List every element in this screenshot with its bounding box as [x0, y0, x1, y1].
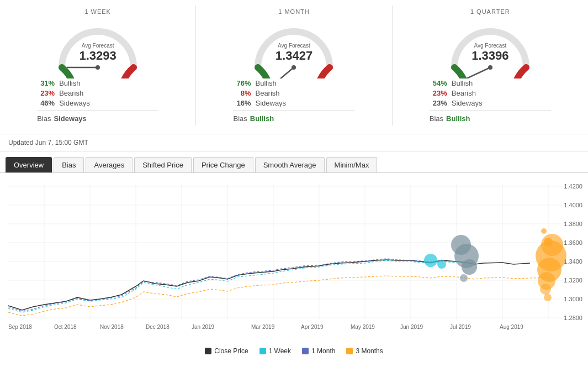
bullish-pct: 31%	[37, 79, 55, 87]
bearish-pct: 23%	[430, 89, 447, 97]
legend-item-1-week: 1 Week	[259, 347, 291, 355]
bearish-row: 23% Bearish	[430, 89, 551, 97]
sideways-pct: 23%	[430, 99, 447, 107]
tab-price-change[interactable]: Price Change	[193, 157, 253, 172]
bias-value: Bullish	[250, 114, 274, 123]
svg-point-49	[544, 294, 552, 301]
sideways-pct: 16%	[233, 99, 251, 107]
svg-text:Apr 2019: Apr 2019	[301, 324, 324, 330]
svg-text:1.4200: 1.4200	[564, 183, 582, 190]
svg-text:1.3800: 1.3800	[564, 221, 582, 227]
svg-point-38	[437, 260, 446, 269]
period-label: 1 WEEK	[84, 8, 111, 15]
gauge-inner: Avg Forecast 1.3427	[276, 43, 312, 63]
sideways-label: Sideways	[255, 99, 286, 107]
forecast-value: 1.3396	[472, 49, 508, 63]
svg-point-4	[292, 65, 296, 70]
svg-point-48	[540, 284, 551, 295]
svg-point-50	[541, 228, 547, 234]
stats-table: 76% Bullish 8% Bearish 16% Sideways Bias…	[233, 77, 354, 123]
svg-point-42	[460, 274, 468, 282]
legend: Close Price 1 Week 1 Month 3 Months	[0, 344, 588, 358]
legend-label: 3 Months	[356, 347, 383, 355]
bias-row: Bias Bullish	[233, 114, 354, 123]
gauge: x Avg Forecast 1.3293	[48, 18, 147, 73]
gauge: x Avg Forecast 1.3427	[244, 18, 343, 73]
bias-text: Bias	[37, 114, 51, 123]
legend-label: 1 Month	[311, 347, 335, 355]
legend-dot	[259, 348, 266, 354]
forecast-panel-2: 1 QUARTER x Avg Forecast 1.3396	[393, 6, 588, 125]
svg-text:Mar 2019: Mar 2019	[251, 324, 275, 330]
sideways-pct: 46%	[37, 99, 55, 107]
chart-area: 1.4200 1.4000 1.3800 1.3600 1.3400 1.320…	[0, 173, 588, 344]
divider	[430, 111, 551, 111]
svg-line-6	[463, 67, 490, 78]
svg-point-7	[488, 65, 492, 70]
bias-row: Bias Sideways	[37, 114, 158, 123]
forecast-panel-0: 1 WEEK x Avg Forecast 1.3293	[0, 6, 196, 125]
svg-text:Jun 2019: Jun 2019	[400, 324, 423, 330]
period-label: 1 QUARTER	[470, 8, 510, 15]
tab-minim/max[interactable]: Minim/Max	[326, 157, 378, 172]
bullish-row: 54% Bullish	[430, 79, 551, 87]
bullish-row: 76% Bullish	[233, 79, 354, 87]
forecast-panel-1: 1 MONTH x Avg Forecast 1.3427	[196, 6, 392, 125]
legend-dot	[346, 348, 353, 354]
tab-bias[interactable]: Bias	[54, 157, 84, 172]
gauge: x Avg Forecast 1.3396	[441, 18, 540, 73]
sideways-label: Sideways	[59, 99, 90, 107]
bullish-label: Bullish	[59, 79, 80, 87]
bias-value: Sideways	[54, 114, 86, 123]
forecast-value: 1.3293	[80, 49, 116, 63]
bias-text: Bias	[233, 114, 247, 123]
legend-label: 1 Week	[269, 347, 291, 355]
bullish-row: 31% Bullish	[37, 79, 158, 87]
tab-overview[interactable]: Overview	[6, 157, 52, 172]
legend-label: Close Price	[214, 347, 248, 355]
svg-text:Jan 2019: Jan 2019	[192, 324, 215, 330]
svg-text:1.4000: 1.4000	[564, 202, 582, 208]
legend-item-3-months: 3 Months	[346, 347, 383, 355]
bearish-row: 8% Bearish	[233, 89, 354, 97]
svg-point-37	[424, 254, 437, 267]
bullish-label: Bullish	[255, 79, 276, 87]
stats-table: 31% Bullish 23% Bearish 46% Sideways Bia…	[37, 77, 158, 123]
svg-point-45	[541, 234, 563, 256]
bearish-label: Bearish	[59, 89, 83, 97]
legend-item-1-month: 1 Month	[302, 347, 335, 355]
tab-shifted-price[interactable]: Shifted Price	[134, 157, 192, 172]
gauge-inner: Avg Forecast 1.3293	[80, 43, 116, 63]
svg-text:Oct 2018: Oct 2018	[54, 324, 77, 330]
svg-text:1.3200: 1.3200	[564, 277, 582, 284]
sideways-row: 23% Sideways	[430, 99, 551, 107]
svg-text:Dec 2018: Dec 2018	[146, 324, 169, 330]
bias-text: Bias	[430, 114, 443, 123]
avg-forecast-label: Avg Forecast	[276, 43, 312, 49]
divider	[37, 111, 158, 111]
bearish-pct: 8%	[233, 89, 251, 97]
legend-item-close-price: Close Price	[205, 347, 248, 355]
svg-text:May 2019: May 2019	[351, 324, 375, 330]
bearish-row: 23% Bearish	[37, 89, 158, 97]
bias-row: Bias Bullish	[430, 114, 551, 123]
svg-text:Nov 2018: Nov 2018	[100, 324, 124, 330]
bearish-label: Bearish	[255, 89, 279, 97]
avg-forecast-label: Avg Forecast	[80, 43, 116, 49]
tab-smooth-average[interactable]: Smooth Average	[255, 157, 325, 172]
svg-text:1.2800: 1.2800	[564, 315, 582, 321]
bias-value: Bullish	[446, 114, 470, 123]
svg-text:1.3400: 1.3400	[564, 258, 582, 265]
avg-forecast-label: Avg Forecast	[472, 43, 508, 49]
legend-dot	[205, 348, 211, 354]
svg-text:Aug 2019: Aug 2019	[500, 324, 523, 330]
divider	[233, 111, 354, 111]
stats-table: 54% Bullish 23% Bearish 23% Sideways Bia…	[430, 77, 551, 123]
top-section: 1 WEEK x Avg Forecast 1.3293	[0, 0, 588, 134]
bullish-pct: 76%	[233, 79, 251, 87]
svg-text:1.3600: 1.3600	[564, 239, 582, 246]
chart-svg: 1.4200 1.4000 1.3800 1.3600 1.3400 1.320…	[0, 179, 588, 333]
bearish-label: Bearish	[452, 89, 476, 97]
tab-averages[interactable]: Averages	[86, 157, 133, 172]
forecast-value: 1.3427	[276, 49, 312, 63]
